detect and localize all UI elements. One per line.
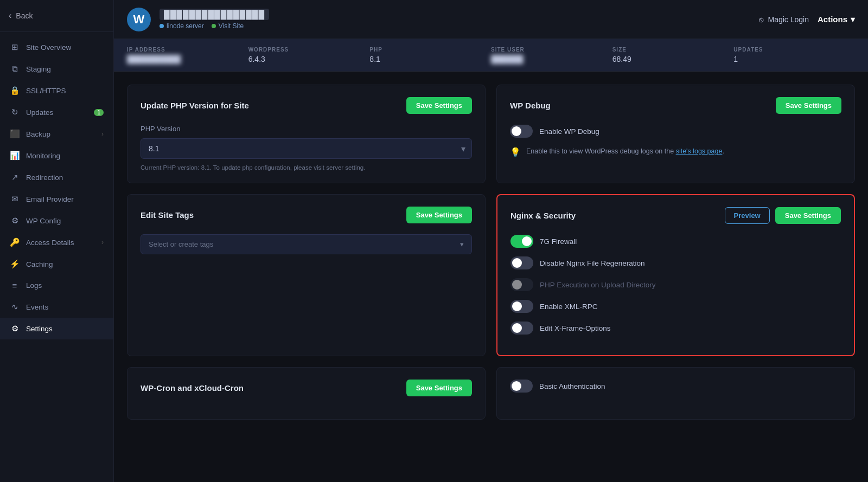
stat-value: 68.49: [612, 55, 734, 63]
sidebar-label-wp-config: WP Config: [26, 217, 104, 225]
sidebar-icon-access-details: 🔑: [10, 237, 20, 247]
sidebar-item-access-details[interactable]: 🔑 Access Details ›: [0, 232, 113, 253]
visit-site-link[interactable]: Visit Site: [212, 22, 244, 30]
back-label: Back: [16, 11, 33, 20]
sidebar-item-events[interactable]: ∿ Events: [0, 296, 113, 318]
sidebar-icon-site-overview: ⊞: [10, 42, 20, 52]
nginx-security-card: Nginx & Security Preview Save Settings 7…: [496, 194, 855, 356]
linode-server-link[interactable]: linode server: [159, 22, 204, 30]
sidebar-item-staging[interactable]: ⧉ Staging: [0, 58, 113, 80]
actions-label: Actions: [818, 15, 847, 24]
sidebar-badge-updates: 1: [94, 109, 104, 116]
sidebar-label-caching: Caching: [26, 260, 104, 268]
magic-login-button[interactable]: ⎋ Magic Login: [759, 15, 809, 24]
sidebar-item-logs[interactable]: ≡ Logs: [0, 275, 113, 296]
sidebar-item-caching[interactable]: ⚡ Caching: [0, 253, 113, 275]
linode-dot: [159, 24, 164, 28]
stat-value: ██████: [491, 55, 612, 63]
sidebar-label-site-overview: Site Overview: [26, 43, 104, 52]
toggle-disable-nginx[interactable]: [510, 256, 533, 269]
sidebar-icon-staging: ⧉: [10, 64, 20, 74]
toggle-x-frame-options[interactable]: [510, 322, 533, 335]
stat-site-user: SITE USER ██████: [491, 40, 612, 70]
toggle-row-php-execution: PHP Execution on Upload Directory: [510, 278, 841, 291]
nginx-preview-button[interactable]: Preview: [725, 207, 770, 224]
sidebar-icon-caching: ⚡: [10, 259, 20, 269]
sidebar-item-ssl-https[interactable]: 🔒 SSL/HTTPS: [0, 80, 113, 101]
toggle-enable-xmlrpc[interactable]: [510, 300, 533, 313]
toggle-label-x-frame-options: Edit X-Frame-Options: [540, 324, 611, 332]
back-button[interactable]: ‹ Back: [0, 0, 113, 32]
php-version-card: Update PHP Version for Site Save Setting…: [127, 85, 486, 183]
sidebar-label-ssl-https: SSL/HTTPS: [26, 87, 104, 95]
sidebar-icon-email-provider: ✉: [10, 194, 20, 204]
php-version-select[interactable]: 8.1 8.0 7.4 7.3: [141, 138, 472, 159]
toggle-row-disable-nginx: Disable Nginx File Regeneration: [510, 256, 841, 269]
php-version-helper: Current PHP version: 8.1. To update php …: [141, 164, 472, 171]
toggle-label-disable-nginx: Disable Nginx File Regeneration: [540, 259, 645, 267]
sidebar-item-updates[interactable]: ↻ Updates 1: [0, 101, 113, 123]
nginx-toggles-list: 7G Firewall Disable Nginx File Regenerat…: [510, 235, 841, 335]
toggle-7g-firewall[interactable]: [510, 235, 533, 248]
toggle-knob-x-frame-options: [512, 323, 522, 333]
edit-tags-card: Edit Site Tags Save Settings Select or c…: [127, 194, 486, 356]
site-info: ████████████████ linode server Visit Sit…: [159, 9, 269, 30]
wp-debug-save-button[interactable]: Save Settings: [776, 97, 841, 114]
edit-tags-save-button[interactable]: Save Settings: [406, 207, 472, 223]
sidebar-chevron-backup: ›: [101, 130, 104, 138]
edit-tags-header: Edit Site Tags Save Settings: [141, 207, 472, 223]
back-arrow-icon: ‹: [9, 11, 11, 21]
topbar-left: W ████████████████ linode server Visit S…: [127, 8, 269, 31]
content-area: Update PHP Version for Site Save Setting…: [114, 72, 868, 482]
debug-info: 💡 Enable this to view WordPress debug lo…: [510, 146, 841, 157]
wp-logo: W: [127, 8, 151, 31]
sidebar-icon-events: ∿: [10, 302, 20, 312]
visit-dot: [212, 24, 216, 28]
toggle-knob: [512, 126, 521, 136]
sidebar-label-monitoring: Monitoring: [26, 152, 104, 160]
wp-debug-toggle[interactable]: [510, 125, 533, 138]
wp-debug-toggle-row: Enable WP Debug: [510, 125, 841, 138]
toggle-knob-php-execution: [512, 280, 522, 290]
wp-cron-card: WP-Cron and xCloud-Cron Save Settings: [127, 367, 486, 420]
nginx-security-header: Nginx & Security Preview Save Settings: [510, 207, 841, 224]
sidebar-label-events: Events: [26, 303, 104, 311]
actions-button[interactable]: Actions ▾: [818, 15, 855, 24]
php-version-save-button[interactable]: Save Settings: [406, 97, 472, 114]
sidebar-icon-monitoring: 📊: [10, 151, 20, 160]
sidebar-item-settings[interactable]: ⚙ Settings: [0, 318, 113, 339]
stat-value: 8.1: [369, 55, 491, 63]
sidebar-chevron-access-details: ›: [101, 239, 104, 246]
toggle-knob-7g-firewall: [522, 236, 532, 246]
sidebar-label-staging: Staging: [26, 65, 104, 73]
sidebar-item-wp-config[interactable]: ⚙ WP Config: [0, 210, 113, 232]
tags-chevron-icon: ▾: [460, 240, 464, 248]
sidebar-item-redirection[interactable]: ↗ Redirection: [0, 166, 113, 188]
basic-auth-card: Basic Authentication: [496, 367, 855, 420]
wp-cron-save-button[interactable]: Save Settings: [406, 380, 472, 396]
tags-input[interactable]: Select or create tags ▾: [141, 234, 472, 254]
nginx-security-title: Nginx & Security: [510, 211, 576, 220]
stat-label: WORDPRESS: [248, 47, 370, 53]
stat-label: UPDATES: [733, 47, 855, 53]
sidebar-item-email-provider[interactable]: ✉ Email Provider: [0, 188, 113, 210]
linode-label: linode server: [167, 22, 204, 30]
sidebar-item-monitoring[interactable]: 📊 Monitoring: [0, 145, 113, 166]
stat-size: SIZE 68.49: [612, 40, 734, 70]
basic-auth-toggle[interactable]: [510, 380, 533, 393]
debug-link[interactable]: site's logs page: [676, 147, 723, 155]
nginx-save-button[interactable]: Save Settings: [775, 207, 841, 224]
php-version-title: Update PHP Version for Site: [141, 101, 249, 110]
toggle-label-php-execution: PHP Execution on Upload Directory: [540, 281, 656, 289]
stat-ip-address: IP ADDRESS ██████████: [127, 40, 248, 70]
wp-debug-title: WP Debug: [510, 101, 551, 110]
toggle-php-execution: [510, 278, 533, 291]
stat-value: 6.4.3: [248, 55, 370, 63]
sidebar-label-updates: Updates: [26, 108, 87, 117]
wp-debug-toggle-label: Enable WP Debug: [539, 127, 599, 136]
site-name: ████████████████: [159, 9, 269, 20]
sidebar-item-site-overview[interactable]: ⊞ Site Overview: [0, 36, 113, 58]
stat-label: SITE USER: [491, 47, 612, 53]
sidebar-item-backup[interactable]: ⬛ Backup ›: [0, 123, 113, 145]
toggle-label-7g-firewall: 7G Firewall: [540, 237, 577, 246]
